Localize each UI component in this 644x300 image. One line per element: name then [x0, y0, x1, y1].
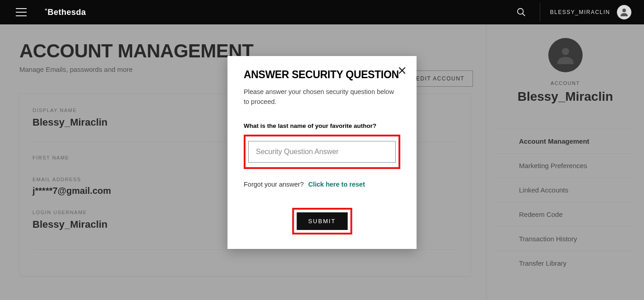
submit-button[interactable]: SUBMIT	[297, 212, 347, 230]
svg-point-2	[622, 9, 626, 12]
header-username[interactable]: BLESSY_MIRACLIN	[550, 9, 610, 15]
modal-title: ANSWER SECURITY QUESTION	[244, 69, 400, 81]
forgot-answer-row: Forgot your answer? Click here to reset	[244, 181, 400, 188]
svg-point-0	[518, 9, 524, 14]
app-header: “Bethesda BLESSY_MIRACLIN	[0, 0, 644, 24]
submit-highlight-box: SUBMIT	[292, 208, 352, 234]
security-question-modal: ANSWER SECURITY QUESTION Please answer y…	[227, 56, 417, 249]
reset-link[interactable]: Click here to reset	[308, 181, 365, 188]
modal-description: Please answer your chosen security quest…	[244, 87, 400, 107]
avatar-icon[interactable]	[617, 5, 631, 19]
divider	[540, 3, 540, 21]
brand-logo[interactable]: “Bethesda	[45, 8, 86, 17]
svg-line-1	[523, 14, 525, 16]
forgot-text: Forgot your answer?	[244, 181, 304, 188]
input-highlight-box	[244, 135, 400, 169]
menu-icon[interactable]	[16, 8, 27, 16]
search-icon[interactable]	[516, 7, 526, 17]
close-icon[interactable]	[398, 66, 407, 75]
security-answer-input[interactable]	[248, 141, 396, 163]
security-question-text: What is the last name of your favorite a…	[244, 122, 400, 129]
